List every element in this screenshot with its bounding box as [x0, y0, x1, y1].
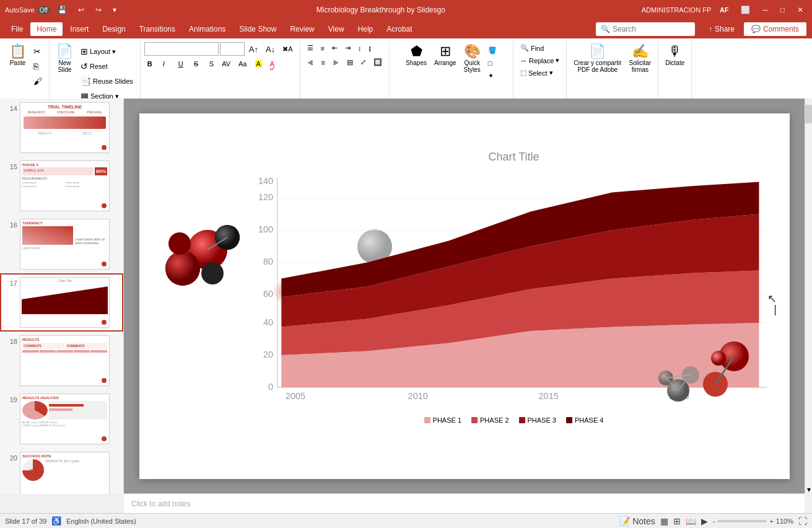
menu-review[interactable]: Review	[284, 22, 320, 36]
customize-button[interactable]: ▾	[109, 4, 120, 15]
underline-button[interactable]: U	[175, 58, 189, 69]
strikethrough-button[interactable]: S	[191, 58, 204, 69]
shapes-button[interactable]: ⬟ Shapes	[403, 42, 430, 77]
slide-thumb-17[interactable]: 17 Chart Title	[0, 273, 123, 332]
justify-button[interactable]: ▤	[344, 56, 356, 68]
svg-point-7	[165, 251, 200, 286]
replace-button[interactable]: ↔ Replace ▾	[517, 55, 562, 66]
new-slide-label: New Slide	[58, 59, 71, 73]
notes-area[interactable]: Click to add notes	[124, 493, 805, 513]
font-name-input[interactable]	[144, 42, 219, 56]
slide-thumb-14[interactable]: 14 TRIAL TIMELINE RESEARCH CHECKLINE PRE…	[0, 99, 123, 157]
search-input[interactable]	[613, 25, 681, 33]
menu-animations[interactable]: Animations	[183, 22, 232, 36]
smart-art-button[interactable]: 🔲	[370, 56, 385, 68]
format-painter-button[interactable]: 🖌	[30, 74, 45, 88]
autosave-toggle[interactable]: Off	[37, 6, 50, 14]
slide-sorter-button[interactable]: ⊞	[673, 516, 681, 526]
select-button[interactable]: ⬚ Select ▾	[517, 67, 562, 79]
quick-styles-icon: 🎨	[464, 45, 481, 58]
svg-text:80: 80	[263, 257, 273, 266]
cut-button[interactable]: ✂	[30, 45, 45, 58]
shape-fill-button[interactable]: 🪣	[485, 45, 500, 56]
save-button[interactable]: 💾	[54, 4, 71, 15]
slide-num-20: 20	[5, 452, 17, 462]
menu-transitions[interactable]: Transitions	[133, 22, 181, 36]
minimize-button[interactable]: ─	[759, 4, 772, 15]
reset-button[interactable]: ↺ Reset	[77, 59, 136, 73]
zoom-in-button[interactable]: +	[769, 517, 773, 525]
increase-font-button[interactable]: A↑	[246, 43, 261, 56]
find-button[interactable]: 🔍 Find	[517, 42, 562, 54]
shape-outline-button[interactable]: □	[485, 58, 500, 69]
font-size-input[interactable]: 10	[220, 42, 245, 56]
slide-thumb-19[interactable]: 19 RESULTS ANALYSIS ATUM: Lorem | HIPTUR…	[0, 390, 123, 448]
decrease-font-button[interactable]: A↓	[263, 43, 278, 56]
line-spacing-button[interactable]: ↕	[355, 42, 365, 54]
slide-show-button[interactable]: ▶	[701, 516, 708, 526]
bold-button[interactable]: B	[144, 58, 158, 69]
font-color-button[interactable]: A	[267, 58, 277, 69]
bullets-button[interactable]: ☰	[304, 42, 317, 54]
align-center-icon: ≡	[321, 59, 325, 66]
align-center-button[interactable]: ≡	[318, 56, 328, 68]
zoom-out-button[interactable]: -	[713, 517, 715, 525]
copy-button[interactable]: ⎘	[30, 59, 45, 73]
redo-button[interactable]: ↪	[92, 4, 105, 15]
comments-button[interactable]: 💬 Comments	[743, 22, 807, 37]
paste-button[interactable]: 📋 Paste	[6, 42, 29, 77]
share-button[interactable]: ↑ Share	[701, 22, 742, 36]
scroll-down-button[interactable]: ▾	[805, 485, 812, 494]
right-scrollbar[interactable]: ▾	[805, 99, 812, 494]
scroll-thumb[interactable]	[805, 105, 812, 123]
slide-canvas[interactable]: Chart Title 0 20	[139, 113, 790, 479]
reading-view-button[interactable]: 📖	[686, 516, 696, 526]
slide-thumb-16[interactable]: 16 TENDENCY Lorem ipsum dolor sit amet c…	[0, 215, 123, 273]
menu-file[interactable]: File	[5, 22, 29, 36]
shape-effects-button[interactable]: ✦	[485, 70, 500, 82]
quick-styles-button[interactable]: 🎨 Quick Styles	[461, 42, 484, 77]
new-slide-button[interactable]: 📄 New Slide	[53, 42, 76, 77]
increase-indent-button[interactable]: ⇥	[342, 42, 354, 54]
italic-button[interactable]: I	[160, 58, 173, 69]
clear-format-button[interactable]: ✖A	[279, 43, 295, 55]
share-label: Share	[715, 25, 735, 33]
reuse-slides-button[interactable]: 📑 Reuse Slides	[77, 74, 136, 88]
zoom-slider[interactable]	[717, 520, 767, 522]
columns-button[interactable]: ⫿	[365, 42, 375, 54]
dictate-button[interactable]: 🎙 Dictate	[662, 42, 688, 77]
layout-button[interactable]: ⊞ Layout ▾	[77, 45, 136, 58]
highlight-button[interactable]: A	[252, 58, 265, 69]
maximize-button[interactable]: □	[777, 4, 788, 15]
user-avatar[interactable]: AF	[716, 2, 732, 18]
chart-legend: PHASE 1 PHASE 2 PHASE 3 PHASE 4	[245, 416, 784, 424]
menu-view[interactable]: View	[322, 22, 351, 36]
normal-view-button[interactable]: ▦	[660, 516, 668, 526]
align-right-button[interactable]: ⫸	[330, 56, 343, 68]
slide-thumb-18[interactable]: 18 RESULTS COMMENTS COMMENTS	[0, 332, 123, 390]
text-shadow-button[interactable]: S	[206, 58, 217, 69]
slide-thumb-20[interactable]: 20 SUCCESS RATE 75% PATRON TO SCI: Lorem	[0, 448, 123, 494]
menu-insert[interactable]: Insert	[64, 22, 95, 36]
slide-thumb-15[interactable]: 15 PHASE 4 SAMPLE SIZE 80% REQUIREMENTS …	[0, 157, 123, 215]
ribbon-display-button[interactable]: ⬜	[737, 4, 754, 15]
change-case-button[interactable]: Aa	[235, 58, 250, 69]
undo-button[interactable]: ↩	[74, 4, 88, 15]
align-left-button[interactable]: ⫷	[304, 56, 317, 68]
menu-home[interactable]: Home	[30, 22, 63, 36]
char-spacing-button[interactable]: AV	[219, 58, 234, 69]
close-button[interactable]: ✕	[793, 4, 807, 15]
numbering-button[interactable]: ≡	[318, 42, 328, 54]
fit-window-button[interactable]: ⛶	[798, 516, 807, 526]
decrease-indent-button[interactable]: ⇤	[329, 42, 341, 54]
menu-acrobat[interactable]: Acrobat	[380, 22, 418, 36]
solicitar-button[interactable]: ✍ Solicitar firmas	[626, 42, 655, 77]
menu-design[interactable]: Design	[96, 22, 131, 36]
notes-button[interactable]: 📝 Notes	[619, 516, 655, 526]
menu-slide-show[interactable]: Slide Show	[233, 22, 282, 36]
menu-help[interactable]: Help	[352, 22, 380, 36]
slide-preview-17: Chart Title	[20, 277, 110, 328]
arrange-button[interactable]: ⊞ Arrange	[431, 42, 460, 77]
create-pdf-button[interactable]: 📄 Crear y compartir PDF de Adobe	[570, 42, 624, 77]
text-direction-button[interactable]: ⤢	[357, 56, 369, 68]
